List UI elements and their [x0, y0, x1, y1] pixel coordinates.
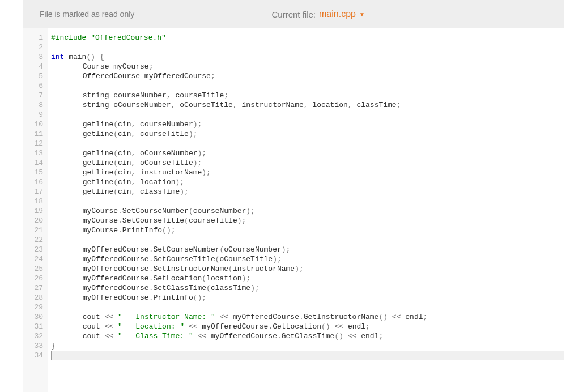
line-number: 13	[29, 148, 43, 158]
line-number: 17	[29, 187, 43, 197]
code-line[interactable]: OfferedCourse myOfferedCourse;	[51, 71, 564, 81]
line-number: 7	[29, 91, 43, 100]
line-number: 23	[29, 245, 43, 254]
line-number: 2	[29, 42, 43, 52]
line-number: 25	[29, 264, 43, 274]
line-number: 15	[29, 168, 43, 177]
code-line[interactable]: string courseNumber, courseTitle;	[51, 91, 564, 100]
code-line[interactable]: }	[51, 341, 564, 351]
app-root: File is marked as read only Current file…	[0, 0, 587, 392]
code-line[interactable]: cout << " Location: " << myOfferedCourse…	[51, 322, 564, 331]
line-number: 30	[29, 312, 43, 322]
code-line[interactable]: getline(cin, courseTitle);	[51, 129, 564, 139]
line-number: 16	[29, 177, 43, 187]
line-number: 11	[29, 129, 43, 139]
code-area[interactable]: #include "OfferedCourse.h" int main() { …	[48, 28, 564, 392]
line-number: 31	[29, 322, 43, 331]
code-line[interactable]: getline(cin, courseNumber);	[51, 120, 564, 129]
line-number: 20	[29, 216, 43, 225]
current-file-name[interactable]: main.cpp	[319, 9, 356, 19]
current-file-label: Current file:	[271, 10, 316, 19]
code-line[interactable]: getline(cin, classTime);	[51, 187, 564, 197]
line-number: 33	[29, 341, 43, 351]
code-line[interactable]: getline(cin, instructorName);	[51, 168, 564, 177]
line-number: 1	[29, 33, 43, 42]
line-number: 3	[29, 52, 43, 62]
code-line[interactable]	[51, 42, 564, 52]
code-line[interactable]	[51, 351, 564, 360]
code-line[interactable]: cout << " Class Time: " << myOfferedCour…	[51, 331, 564, 341]
code-line[interactable]	[51, 302, 564, 312]
code-line[interactable]	[51, 110, 564, 120]
line-number: 27	[29, 283, 43, 293]
line-number: 10	[29, 120, 43, 129]
line-number: 14	[29, 158, 43, 168]
code-line[interactable]: myCourse.PrintInfo();	[51, 225, 564, 235]
file-selector[interactable]: Current file: main.cpp ▼	[89, 9, 547, 19]
code-line[interactable]: getline(cin, location);	[51, 177, 564, 187]
code-line[interactable]: int main() {	[51, 52, 564, 62]
code-line[interactable]: myCourse.SetCourseTitle(courseTitle);	[51, 216, 564, 225]
line-number: 19	[29, 206, 43, 216]
code-line[interactable]: cout << " Instructor Name: " << myOffere…	[51, 312, 564, 322]
line-number: 6	[29, 81, 43, 91]
code-line[interactable]: string oCourseNumber, oCourseTitle, inst…	[51, 100, 564, 110]
code-line[interactable]: myOfferedCourse.PrintInfo();	[51, 293, 564, 302]
code-line[interactable]: myCourse.SetCourseNumber(courseNumber);	[51, 206, 564, 216]
line-number: 28	[29, 293, 43, 302]
code-line[interactable]: myOfferedCourse.SetCourseNumber(oCourseN…	[51, 245, 564, 254]
code-editor[interactable]: 1234567891011121314151617181920212223242…	[23, 28, 564, 392]
code-line[interactable]	[51, 197, 564, 206]
line-number: 5	[29, 71, 43, 81]
line-number: 29	[29, 302, 43, 312]
line-number: 22	[29, 235, 43, 245]
line-number: 21	[29, 225, 43, 235]
line-number: 18	[29, 197, 43, 206]
editor-header: File is marked as read only Current file…	[23, 0, 564, 28]
code-line[interactable]: myOfferedCourse.SetInstructorName(instru…	[51, 264, 564, 274]
line-number: 26	[29, 274, 43, 283]
code-line[interactable]: myOfferedCourse.SetClassTime(classTime);	[51, 283, 564, 293]
code-line[interactable]	[51, 139, 564, 148]
code-line[interactable]: Course myCourse;	[51, 62, 564, 71]
code-line[interactable]: getline(cin, oCourseTitle);	[51, 158, 564, 168]
code-line[interactable]: #include "OfferedCourse.h"	[51, 33, 564, 42]
code-line[interactable]	[51, 81, 564, 91]
line-gutter: 1234567891011121314151617181920212223242…	[23, 28, 48, 392]
line-number: 34	[29, 351, 43, 360]
code-line[interactable]: getline(cin, oCourseNumber);	[51, 148, 564, 158]
code-line[interactable]	[51, 235, 564, 245]
line-number: 24	[29, 254, 43, 264]
code-line[interactable]: myOfferedCourse.SetLocation(location);	[51, 274, 564, 283]
line-number: 8	[29, 100, 43, 110]
line-number: 32	[29, 331, 43, 341]
code-line[interactable]: myOfferedCourse.SetCourseTitle(oCourseTi…	[51, 254, 564, 264]
line-number: 12	[29, 139, 43, 148]
line-number: 4	[29, 62, 43, 71]
chevron-down-icon[interactable]: ▼	[359, 11, 365, 18]
line-number: 9	[29, 110, 43, 120]
